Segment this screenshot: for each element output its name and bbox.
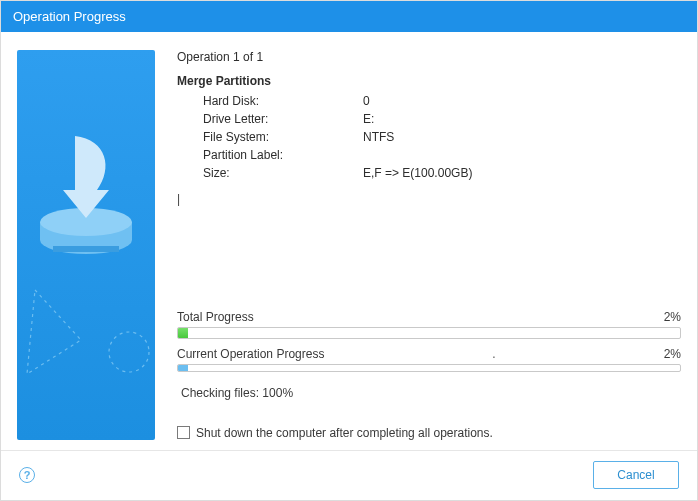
side-illustration (17, 50, 155, 440)
cancel-button[interactable]: Cancel (593, 461, 679, 489)
current-progress-bar (177, 364, 681, 372)
svg-rect-3 (53, 246, 119, 252)
detail-key: Size: (203, 164, 363, 182)
help-icon[interactable]: ? (19, 467, 35, 483)
svg-point-4 (109, 332, 149, 372)
operation-details: Hard Disk: 0 Drive Letter: E: File Syste… (203, 92, 681, 182)
detail-row: Size: E,F => E(100.00GB) (203, 164, 681, 182)
total-progress-pct: 2% (664, 310, 681, 324)
current-progress-mid: . (492, 347, 495, 361)
total-progress-bar (177, 327, 681, 339)
content-area: Operation 1 of 1 Merge Partitions Hard D… (1, 32, 697, 440)
titlebar: Operation Progress (1, 1, 697, 32)
detail-row: Hard Disk: 0 (203, 92, 681, 110)
total-progress-fill (178, 328, 188, 338)
window-title: Operation Progress (13, 9, 126, 24)
detail-key: Partition Label: (203, 146, 363, 164)
shutdown-checkbox-row[interactable]: Shut down the computer after completing … (177, 426, 681, 440)
detail-val: 0 (363, 92, 370, 110)
progress-section: Total Progress 2% Current Operation Prog… (177, 306, 681, 440)
total-progress-label: Total Progress (177, 310, 254, 324)
detail-row: Partition Label: (203, 146, 681, 164)
shutdown-label: Shut down the computer after completing … (196, 426, 493, 440)
detail-key: File System: (203, 128, 363, 146)
shutdown-checkbox[interactable] (177, 426, 190, 439)
detail-val: E,F => E(100.00GB) (363, 164, 472, 182)
detail-key: Drive Letter: (203, 110, 363, 128)
current-progress-fill (178, 365, 188, 371)
text-caret: | (177, 192, 681, 208)
detail-key: Hard Disk: (203, 92, 363, 110)
operation-counter: Operation 1 of 1 (177, 50, 681, 64)
download-disk-icon (17, 50, 155, 440)
detail-row: File System: NTFS (203, 128, 681, 146)
main-panel: Operation 1 of 1 Merge Partitions Hard D… (177, 50, 681, 440)
operation-title: Merge Partitions (177, 74, 681, 88)
detail-row: Drive Letter: E: (203, 110, 681, 128)
current-progress-pct: 2% (664, 347, 681, 361)
detail-val: E: (363, 110, 374, 128)
status-text: Checking files: 100% (181, 386, 681, 400)
current-progress-label: Current Operation Progress (177, 347, 324, 361)
footer: ? Cancel (1, 450, 697, 500)
detail-val: NTFS (363, 128, 394, 146)
